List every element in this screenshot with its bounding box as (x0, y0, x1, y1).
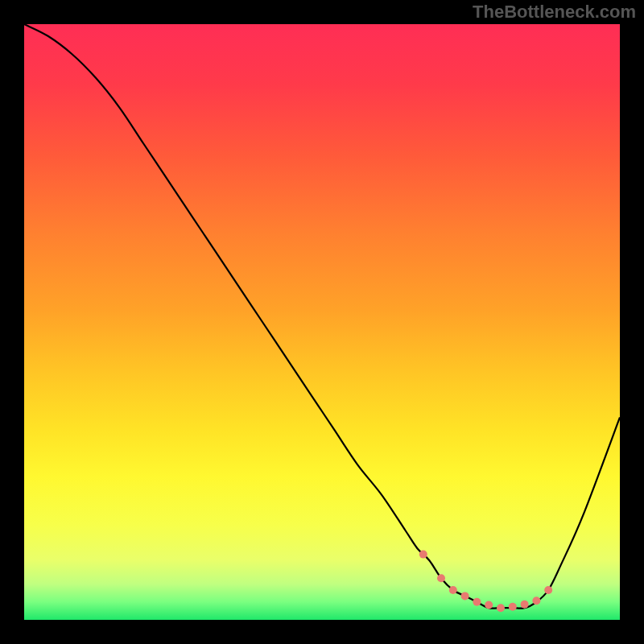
marker-dot (532, 597, 540, 605)
marker-dots-group (419, 551, 552, 613)
marker-dot (509, 603, 517, 611)
marker-dot (461, 592, 469, 600)
marker-dot (437, 574, 445, 582)
marker-dot (473, 598, 481, 606)
chart-plot-area (24, 24, 620, 620)
marker-dot (419, 551, 427, 559)
curve-path (24, 24, 620, 609)
marker-dot (521, 601, 529, 609)
watermark-text: TheBottleneck.com (473, 2, 636, 23)
marker-dot (485, 601, 493, 609)
marker-dot (544, 586, 552, 594)
marker-dot (497, 604, 505, 612)
bottleneck-curve (24, 24, 620, 620)
marker-dot (449, 586, 457, 594)
